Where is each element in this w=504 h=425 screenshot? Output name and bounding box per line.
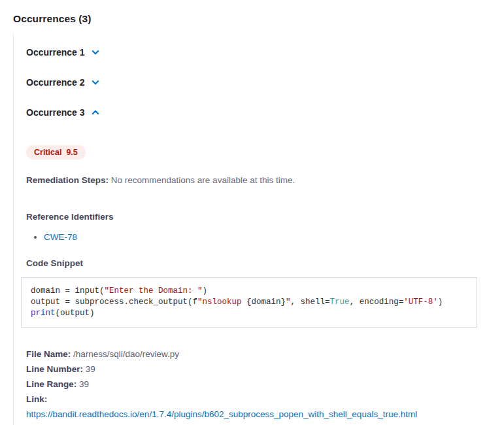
field-row: Line Number: 39 [26, 362, 491, 377]
remediation-text: No recommendations are available at this… [111, 175, 295, 185]
occurrence-list: Occurrence 1 Occurrence 2 Occurrence 3 C… [26, 47, 491, 425]
cwe-link[interactable]: CWE-78 [44, 232, 77, 242]
remediation-steps: Remediation Steps: No recommendations ar… [26, 175, 491, 186]
occurrence-detail: Critical 9.5 Remediation Steps: No recom… [26, 137, 491, 425]
occurrence-fields: File Name: /harness/sqli/dao/review.pyLi… [26, 347, 491, 392]
code-line: print(output) [31, 308, 467, 319]
code-line: domain = input("Enter the Domain: ") [31, 286, 467, 297]
occurrence-label: Occurrence 2 [26, 77, 85, 88]
link-label: Link: [26, 394, 47, 404]
occurrence-header[interactable]: Occurrence 1 [26, 47, 100, 58]
occurrence-header[interactable]: Occurrence 3 [26, 107, 100, 118]
reference-identifier-item: CWE-78 [44, 232, 491, 243]
occurrence-header[interactable]: Occurrence 2 [26, 77, 100, 88]
link-field: Link: [26, 392, 491, 407]
severity-label: Critical [34, 148, 61, 157]
page-title: Occurrences (3) [13, 13, 504, 25]
field-row: Line Range: 39 [26, 377, 491, 392]
occurrences-panel: Occurrence 1 Occurrence 2 Occurrence 3 C… [13, 33, 504, 425]
severity-badge: Critical 9.5 [26, 145, 86, 160]
field-row: File Name: /harness/sqli/dao/review.py [26, 347, 491, 362]
occurrence-raw-detail-label: Occurrence Raw Detail [26, 422, 491, 425]
bandit-doc-link[interactable]: https://bandit.readthedocs.io/en/1.7.4/p… [26, 407, 491, 422]
chevron-up-icon[interactable] [91, 108, 100, 117]
occurrence-label: Occurrence 1 [26, 47, 85, 58]
chevron-down-icon[interactable] [91, 48, 100, 57]
reference-identifiers-label: Reference Identifiers [26, 212, 491, 222]
severity-score: 9.5 [66, 148, 77, 157]
code-snippet-label: Code Snippet [26, 258, 491, 268]
occurrence-label: Occurrence 3 [26, 107, 85, 118]
code-snippet-box: domain = input("Enter the Domain: ")outp… [21, 277, 477, 328]
chevron-down-icon[interactable] [91, 78, 100, 87]
remediation-label: Remediation Steps: [26, 175, 109, 185]
code-line: output = subprocess.check_output(f"nsloo… [31, 297, 467, 308]
reference-identifier-list: CWE-78 [44, 232, 491, 243]
